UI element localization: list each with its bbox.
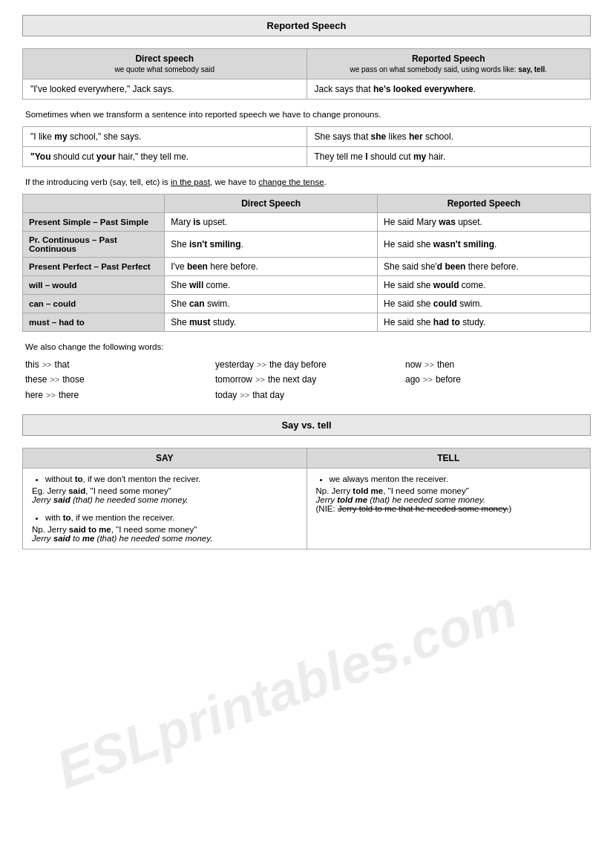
- tense-intro-text: If the introducing verb (say, tell, etc)…: [22, 177, 591, 186]
- words-col2: yesterday >> the day before tomorrow >> …: [215, 357, 398, 402]
- pronoun-row2-col2: They tell me I should cut my hair.: [306, 147, 591, 167]
- tense-ds-header: Direct Speech: [165, 195, 378, 213]
- word-row-this: this >> that: [25, 357, 208, 372]
- tense-row-present-perfect: Present Perfect – Past Perfect I've been…: [23, 258, 591, 276]
- intro-row1-col1: "I've looked everywhere," Jack says.: [23, 79, 307, 99]
- say-header: SAY: [23, 448, 307, 469]
- tense-row-must-hadto: must – had to She must study. He said sh…: [23, 313, 591, 332]
- say-cell: without to, if we don't menton the reciv…: [23, 469, 307, 549]
- say-tell-table: SAY TELL without to, if we don't menton …: [22, 448, 591, 549]
- intro-row1-col2: Jack says that he's looked everywhere.: [306, 79, 591, 99]
- tense-table: Direct Speech Reported Speech Present Si…: [22, 194, 591, 332]
- pronoun-table: "I like my school," she says. She says t…: [22, 126, 591, 167]
- intro-table: Direct speech we quote what somebody sai…: [22, 48, 591, 99]
- words-col3: now >> then ago >> before: [405, 357, 588, 402]
- words-title: We also change the following words:: [25, 342, 588, 351]
- tense-row-will-would: will – would She will come. He said she …: [23, 276, 591, 295]
- tense-row-pr-continuous: Pr. Continuous – Past Continuous She isn…: [23, 232, 591, 258]
- page-title: Reported Speech: [22, 15, 591, 36]
- word-row-tomorrow: tomorrow >> the next day: [215, 372, 398, 387]
- word-row-today: today >> that day: [215, 388, 398, 402]
- tell-cell: we always menton the receiver. Np. Jerry…: [306, 469, 591, 549]
- pronoun-row1-col2: She says that she likes her school.: [306, 127, 591, 147]
- word-row-these: these >> those: [25, 372, 208, 387]
- words-section: We also change the following words: this…: [22, 342, 591, 402]
- pronoun-intro-text: Sometimes when we transform a sentence i…: [22, 110, 591, 119]
- tense-empty-header: [23, 195, 165, 213]
- say-tell-title: Say vs. tell: [22, 414, 591, 436]
- tense-rs-header: Reported Speech: [378, 195, 591, 213]
- word-row-here: here >> there: [25, 388, 208, 402]
- words-col1: this >> that these >> those here >> ther…: [25, 357, 208, 402]
- tense-row-present-simple: Present Simple – Past Simple Mary is ups…: [23, 213, 591, 232]
- intro-col1-header: Direct speech we quote what somebody sai…: [23, 49, 307, 79]
- word-row-now: now >> then: [405, 357, 588, 372]
- tell-header: TELL: [306, 448, 591, 469]
- word-row-yesterday: yesterday >> the day before: [215, 357, 398, 372]
- pronoun-row1-col1: "I like my school," she says.: [23, 127, 307, 147]
- tense-row-can-could: can – could She can swim. He said she co…: [23, 295, 591, 313]
- watermark: ESLprintables.com: [49, 578, 525, 800]
- intro-col2-header: Reported Speech we pass on what somebody…: [306, 49, 591, 79]
- word-row-ago: ago >> before: [405, 372, 588, 387]
- pronoun-row2-col1: "You should cut your hair," they tell me…: [23, 147, 307, 167]
- words-grid: this >> that these >> those here >> ther…: [25, 357, 588, 402]
